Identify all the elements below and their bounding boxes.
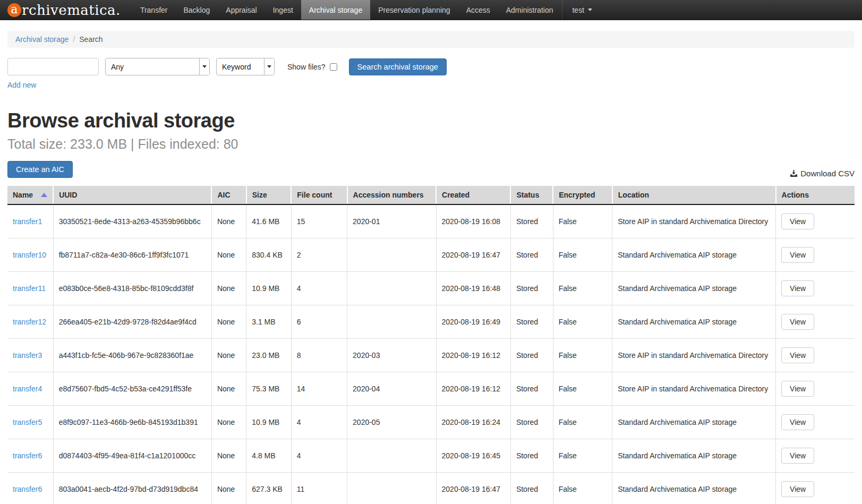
transfer-link[interactable]: transfer6 — [13, 485, 42, 493]
created-cell: 2020-08-19 16:12 — [436, 372, 510, 406]
select-dropdown-button[interactable] — [264, 58, 274, 75]
view-button[interactable]: View — [781, 481, 814, 497]
transfer-link[interactable]: transfer3 — [13, 351, 42, 360]
create-aic-button[interactable]: Create an AIC — [7, 161, 73, 178]
table-header: NameUUIDAICSizeFile countAccession numbe… — [7, 186, 855, 204]
view-button[interactable]: View — [781, 280, 814, 296]
column-header-label: Created — [442, 191, 470, 199]
accession-numbers-cell: 2020-04 — [347, 372, 436, 406]
column-header-file-count[interactable]: File count — [291, 186, 347, 204]
created-cell: 2020-08-19 16:24 — [436, 406, 510, 439]
view-button[interactable]: View — [781, 347, 814, 363]
chevron-down-icon — [588, 8, 592, 11]
nav-item-access[interactable]: Access — [458, 0, 498, 20]
column-header-name[interactable]: Name — [7, 186, 53, 204]
encrypted-cell: False — [553, 238, 612, 272]
column-header-aic[interactable]: AIC — [211, 186, 246, 204]
transfer-link[interactable]: transfer11 — [13, 284, 46, 293]
view-button[interactable]: View — [781, 213, 814, 229]
download-csv-link[interactable]: Download CSV — [790, 169, 855, 178]
size-cell: 23.0 MB — [246, 339, 292, 372]
table-header-row: NameUUIDAICSizeFile countAccession numbe… — [7, 186, 855, 204]
select-dropdown-button[interactable] — [199, 58, 209, 75]
column-header-size[interactable]: Size — [246, 186, 292, 204]
view-button[interactable]: View — [781, 314, 814, 330]
name-cell: transfer6 — [7, 439, 53, 473]
name-cell: transfer4 — [7, 372, 53, 406]
status-cell: Stored — [510, 372, 553, 406]
nav-item-administration[interactable]: Administration — [498, 0, 561, 20]
encrypted-cell: False — [553, 406, 612, 439]
created-cell: 2020-08-19 16:12 — [436, 339, 510, 372]
archivematica-logo[interactable]: archivematica. — [0, 0, 132, 20]
breadcrumb-archival-storage-link[interactable]: Archival storage — [15, 35, 69, 44]
view-button[interactable]: View — [781, 381, 814, 397]
aic-cell: None — [211, 204, 246, 238]
name-cell: transfer12 — [7, 305, 53, 339]
location-cell: Standard Archivematica AIP storage — [612, 305, 776, 339]
column-header-created[interactable]: Created — [436, 186, 510, 204]
uuid-cell: d0874403-4f95-49ea-81f4-c1a1201000cc — [53, 439, 211, 473]
location-cell: Store AIP in standard Archivematica Dire… — [612, 372, 776, 406]
column-header-encrypted[interactable]: Encrypted — [553, 186, 612, 204]
created-cell: 2020-08-19 16:47 — [436, 238, 510, 272]
table-row: transfer130350521-8ede-4313-a263-45359b9… — [7, 204, 855, 238]
uuid-cell: e8d75607-fbd5-4c52-b53a-ce4291ff53fe — [53, 372, 211, 406]
user-menu[interactable]: test — [562, 0, 602, 20]
name-cell: transfer5 — [7, 406, 53, 439]
transfer-link[interactable]: transfer1 — [13, 217, 42, 226]
nav-item-appraisal[interactable]: Appraisal — [218, 0, 264, 20]
file-count-cell: 4 — [291, 406, 347, 439]
actions-cell: View — [776, 339, 855, 372]
transfer-link[interactable]: transfer5 — [13, 418, 42, 426]
sort-ascending-icon — [41, 193, 47, 197]
nav-item-archival-storage[interactable]: Archival storage — [301, 0, 370, 20]
search-archival-storage-button[interactable]: Search archival storage — [349, 58, 447, 75]
show-files-label: Show files? — [287, 63, 337, 71]
aic-cell: None — [211, 305, 246, 339]
search-input[interactable] — [7, 58, 99, 75]
nav-item-backlog[interactable]: Backlog — [175, 0, 218, 20]
actions-cell: View — [776, 406, 855, 439]
encrypted-cell: False — [553, 439, 612, 473]
status-cell: Stored — [510, 305, 553, 339]
aic-cell: None — [211, 238, 246, 272]
created-cell: 2020-08-19 16:08 — [436, 204, 510, 238]
view-button[interactable]: View — [781, 247, 814, 263]
column-header-location[interactable]: Location — [612, 186, 776, 204]
column-header-actions[interactable]: Actions — [776, 186, 855, 204]
add-new-link[interactable]: Add new — [7, 81, 36, 89]
page-summary: Total size: 233.0 MB | Files indexed: 80 — [7, 136, 855, 152]
uuid-cell: fb8711a7-c82a-4e30-86c6-1ff9f3fc1071 — [53, 238, 211, 272]
aic-cell: None — [211, 473, 246, 504]
encrypted-cell: False — [553, 272, 612, 305]
uuid-cell: a443f1cb-fc5e-406b-967e-9c828360f1ae — [53, 339, 211, 372]
search-field-select[interactable]: Any — [105, 58, 210, 75]
transfer-link[interactable]: transfer12 — [13, 318, 46, 326]
status-cell: Stored — [510, 272, 553, 305]
column-header-accession-numbers[interactable]: Accession numbers — [347, 186, 436, 204]
uuid-cell: e8f9c097-11e3-466b-9e6b-845193d1b391 — [53, 406, 211, 439]
search-field-selected: Any — [106, 58, 199, 75]
actions-cell: View — [776, 238, 855, 272]
actions-cell: View — [776, 372, 855, 406]
aic-cell: None — [211, 272, 246, 305]
logo-text: rchivematica. — [22, 2, 121, 18]
nav-item-preservation-planning[interactable]: Preservation planning — [370, 0, 458, 20]
file-count-cell: 8 — [291, 339, 347, 372]
nav-item-ingest[interactable]: Ingest — [265, 0, 301, 20]
transfer-link[interactable]: transfer4 — [13, 385, 42, 393]
search-type-select[interactable]: Keyword — [216, 58, 275, 75]
user-menu-label: test — [572, 6, 584, 14]
size-cell: 4.8 MB — [246, 439, 292, 473]
show-files-checkbox[interactable] — [330, 63, 337, 71]
view-button[interactable]: View — [781, 414, 814, 430]
column-header-uuid[interactable]: UUID — [53, 186, 211, 204]
transfer-link[interactable]: transfer6 — [13, 451, 42, 460]
view-button[interactable]: View — [781, 448, 814, 464]
download-csv-text: Download CSV — [800, 169, 855, 178]
transfer-link[interactable]: transfer10 — [13, 251, 46, 259]
column-header-status[interactable]: Status — [510, 186, 553, 204]
nav-item-transfer[interactable]: Transfer — [132, 0, 176, 20]
status-cell: Stored — [510, 473, 553, 504]
